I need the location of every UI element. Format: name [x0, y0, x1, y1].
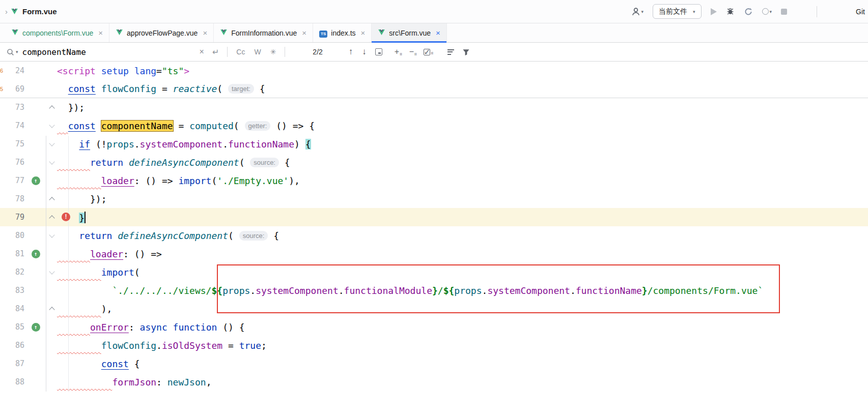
line-number[interactable]: 88	[5, 377, 24, 386]
tab-close-icon[interactable]: ×	[203, 28, 207, 37]
check-glyph: ✓	[424, 49, 430, 55]
code-line-86[interactable]: 86 flowConfig.isOldSystem = true;	[0, 336, 868, 354]
code-token: (	[211, 175, 217, 186]
code-token	[57, 230, 79, 241]
run-config-combo[interactable]: 当前文件 ▾	[653, 4, 702, 19]
code-token: =	[173, 121, 190, 131]
open-in-find-window-icon[interactable]	[375, 48, 382, 55]
fold-open-icon[interactable]	[49, 140, 54, 146]
user-icon[interactable]: ▾	[631, 7, 644, 16]
navigate-up-icon[interactable]: ↑	[32, 176, 40, 185]
code-line-88[interactable]: 88 formJson: newJson,	[0, 373, 868, 391]
editor[interactable]: 624<script setup lang="ts">569 const flo…	[0, 62, 868, 391]
tab-src-form-vue[interactable]: src\Form.vue×	[372, 23, 446, 42]
search-history-dropdown-icon[interactable]: ▾	[16, 49, 18, 54]
code-line-83[interactable]: 83 `./../../../views/${props.systemCompo…	[0, 281, 868, 300]
line-number[interactable]: 83	[5, 286, 24, 295]
code-line-73[interactable]: 73 });	[0, 98, 868, 116]
tab-components-form-vue[interactable]: components\Form.vue×	[5, 23, 109, 42]
code-token	[167, 322, 173, 333]
clear-search-icon[interactable]: ×	[200, 47, 204, 56]
code-token: {	[305, 139, 311, 150]
code-line-24[interactable]: 624<script setup lang="ts">	[0, 62, 868, 80]
stop-icon[interactable]	[781, 9, 787, 15]
fold-column	[47, 105, 57, 110]
fold-end-icon[interactable]	[49, 215, 54, 221]
line-number[interactable]: 80	[5, 231, 24, 240]
code-line-74[interactable]: 74 const componentName = computed( gette…	[0, 116, 868, 135]
line-number[interactable]: 74	[5, 121, 24, 130]
tab-approveflowpage-vue[interactable]: approveFlowPage.vue×	[109, 23, 214, 42]
line-number[interactable]: 75	[5, 139, 24, 148]
fold-end-icon[interactable]	[49, 105, 54, 111]
code-line-76[interactable]: 76 return defineAsyncComponent( source: …	[0, 153, 868, 171]
titlebar-actions: ▾ 当前文件 ▾ ▾ Git	[631, 4, 865, 19]
line-number[interactable]: 82	[5, 267, 24, 277]
chevron-right-icon[interactable]: ›	[5, 7, 8, 16]
code-line-82[interactable]: 82 import(	[0, 263, 868, 281]
code-token: flowConfig	[101, 340, 156, 351]
line-number[interactable]: 85	[5, 322, 24, 332]
tab-index-ts[interactable]: TSindex.ts×	[313, 23, 372, 42]
newline-icon[interactable]: ↵	[212, 47, 219, 57]
fold-open-icon[interactable]	[49, 159, 54, 164]
fold-end-icon[interactable]	[49, 307, 54, 312]
remove-occurrence-icon[interactable]: −II	[409, 47, 417, 56]
search-input[interactable]	[22, 47, 195, 57]
code-line-81[interactable]: 81↑ loader: () =>	[0, 245, 868, 263]
navigate-up-icon[interactable]: ↑	[32, 323, 40, 332]
line-number[interactable]: 77	[5, 176, 24, 185]
line-number[interactable]: 73	[5, 103, 24, 112]
line-number[interactable]: 87	[5, 359, 24, 368]
line-number[interactable]: 76	[5, 158, 24, 167]
add-occurrence-icon[interactable]: +II	[395, 47, 402, 56]
code-line-77[interactable]: 77↑ loader: () => import('./Empty.vue'),	[0, 171, 868, 190]
previous-match-icon[interactable]: ↑	[349, 47, 353, 57]
match-case-toggle[interactable]: Cc	[236, 48, 245, 56]
search-icon[interactable]	[6, 48, 15, 56]
more-run-options-icon[interactable]: ▾	[762, 8, 772, 15]
code-line-79[interactable]: 79 }!	[0, 208, 868, 226]
regex-toggle[interactable]: ✳	[270, 48, 276, 56]
fold-open-icon[interactable]	[49, 269, 54, 274]
tab-close-icon[interactable]: ×	[98, 28, 103, 37]
filter-lines-icon[interactable]	[447, 48, 454, 56]
code-line-84[interactable]: 84 ),	[0, 300, 868, 318]
line-number[interactable]: 81	[5, 249, 24, 258]
fold-column	[47, 143, 57, 145]
run-icon[interactable]	[711, 8, 717, 15]
code-token: ${	[211, 285, 222, 296]
filter-icon[interactable]	[462, 48, 470, 56]
line-number[interactable]: 84	[5, 304, 24, 313]
code-token: (	[217, 83, 222, 94]
line-number[interactable]: 78	[5, 194, 24, 203]
fold-open-icon[interactable]	[49, 232, 54, 237]
code-line-85[interactable]: 85↑ onError: async function () {	[0, 318, 868, 336]
line-number[interactable]: 79	[5, 213, 24, 222]
words-toggle[interactable]: W	[254, 48, 261, 56]
debug-icon[interactable]	[726, 7, 735, 16]
git-menu[interactable]: Git	[856, 8, 865, 16]
user-dropdown-icon[interactable]: ▾	[641, 9, 644, 14]
tab-forminformation-vue[interactable]: FormInformation.vue×	[214, 23, 313, 42]
fold-open-icon[interactable]	[49, 122, 54, 128]
tab-close-icon[interactable]: ×	[436, 28, 440, 37]
tab-close-icon[interactable]: ×	[361, 28, 366, 37]
code-line-69[interactable]: 569 const flowConfig = reactive( target:…	[0, 80, 868, 98]
fold-end-icon[interactable]	[49, 197, 54, 202]
next-match-icon[interactable]: ↓	[362, 47, 367, 57]
line-number[interactable]: 69	[5, 84, 24, 94]
profiler-icon[interactable]	[744, 7, 753, 16]
code-line-78[interactable]: 78 });	[0, 190, 868, 208]
code-line-75[interactable]: 75 if (!props.systemComponent.functionNa…	[0, 135, 868, 153]
line-number[interactable]: 86	[5, 341, 24, 350]
code-token: if	[79, 139, 90, 150]
navigate-up-icon[interactable]: ↑	[32, 250, 40, 258]
code-line-87[interactable]: 87 const {	[0, 354, 868, 373]
code-token: .	[250, 285, 256, 296]
select-all-occurrences-icon[interactable]: ✓II	[424, 49, 433, 55]
error-icon[interactable]: !	[62, 213, 70, 221]
tab-close-icon[interactable]: ×	[302, 28, 306, 37]
line-number[interactable]: 24	[5, 66, 24, 75]
code-line-80[interactable]: 80 return defineAsyncComponent( source: …	[0, 226, 868, 245]
